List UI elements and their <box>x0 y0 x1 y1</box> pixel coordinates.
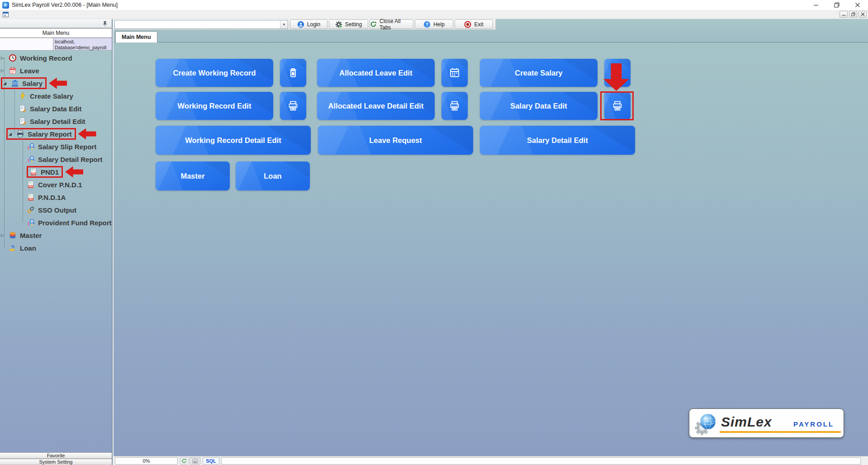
mdi-child-icon <box>3 12 9 17</box>
title-bar: SimLex Payroll Ver2.00.006 - [Main Menu] <box>0 0 868 10</box>
logo-product-text: PAYROLL <box>793 420 834 428</box>
salary-data-edit-button[interactable]: Salary Data Edit <box>480 92 598 120</box>
doc-edit-icon <box>19 104 27 113</box>
sidebar-item-cover-pnd1[interactable]: TAX Cover P.N.D.1 <box>0 178 112 191</box>
progress-cell: 0% <box>115 457 178 465</box>
sql-button[interactable]: SQL <box>203 457 219 465</box>
connection-cell-text: localhost, Database=demo_payroll <box>53 38 112 50</box>
toolbar: ▼ Login Setting Close All Tabs <box>114 19 868 30</box>
help-button[interactable]: ? Help <box>415 19 453 29</box>
tax-doc-icon: TAX <box>27 193 35 201</box>
help-icon: ? <box>423 21 431 28</box>
salary-report-highlight-box: ◢ Salary Report <box>6 128 76 140</box>
login-button[interactable]: Login <box>290 19 327 29</box>
lightning-icon <box>19 92 27 100</box>
sidebar-item-pnd1a[interactable]: TAX P.N.D.1A <box>0 191 112 204</box>
allocated-leave-detail-edit-button[interactable]: Allocated Leave Detail Edit <box>317 92 435 120</box>
leave-request-button[interactable]: Leave Request <box>318 126 473 155</box>
sidebar-item-salary-report[interactable]: ◢ Salary Report <box>0 128 112 140</box>
sidebar-item-loan[interactable]: % Loan <box>0 242 112 254</box>
svg-text:TAX: TAX <box>29 198 33 200</box>
salary-detail-edit-button[interactable]: Salary Detail Edit <box>480 126 635 155</box>
mdi-close-button[interactable] <box>859 11 867 18</box>
allocated-leave-edit-button[interactable]: Allocated Leave Edit <box>317 59 435 87</box>
clock-icon <box>9 54 17 62</box>
sidebar-item-master[interactable]: ▷ Master <box>0 229 112 242</box>
sidebar-item-salary-detail-report[interactable]: Salary Detail Report <box>0 153 112 166</box>
main-menu-content: Create Working Record Allocated Leave Ed… <box>114 43 868 456</box>
mdi-minimize-button[interactable] <box>840 11 848 18</box>
minimize-button[interactable] <box>806 0 826 10</box>
tax-doc-icon: TAX <box>29 168 38 176</box>
exit-icon <box>464 21 471 28</box>
expander-collapsed-icon[interactable]: ▷ <box>1 233 9 237</box>
image-icon <box>192 459 198 464</box>
sidebar-item-sso-output[interactable]: SSO Output <box>0 204 112 216</box>
svg-text:TAX: TAX <box>29 185 33 188</box>
sidebar-caption <box>0 19 112 28</box>
close-all-tabs-button[interactable]: Close All Tabs <box>370 19 413 29</box>
connection-host: localhost, <box>55 39 112 45</box>
setting-button[interactable]: Setting <box>329 19 368 29</box>
annotation-box-print <box>600 91 634 120</box>
working-record-print-button[interactable] <box>280 92 306 120</box>
combobox-input[interactable] <box>115 20 280 28</box>
link-icon <box>27 206 35 214</box>
sidebar-item-create-salary[interactable]: Create Salary <box>0 90 112 102</box>
expander-expanded-icon[interactable]: ◢ <box>9 132 16 136</box>
connection-database: Database=demo_payroll <box>55 45 112 51</box>
tool-strip: ▼ Login Setting Close All Tabs <box>114 19 496 30</box>
window-title: SimLex Payroll Ver2.00.006 - [Main Menu] <box>12 2 118 8</box>
restore-button[interactable] <box>826 0 847 10</box>
allocated-leave-print-button[interactable] <box>441 92 468 120</box>
sidebar-item-working-record[interactable]: ▷ Working Record <box>0 52 112 64</box>
mdi-restore-button[interactable] <box>849 11 857 18</box>
tab-main-menu[interactable]: Main Menu <box>115 31 157 43</box>
panel-favorite[interactable]: Favorite <box>0 452 112 459</box>
svg-text:%: % <box>11 244 15 249</box>
sidebar-item-pnd1[interactable]: TAX PND1 <box>0 166 112 178</box>
expander-collapsed-icon[interactable]: ▷ <box>1 56 9 60</box>
navigation-tree: ▷ Working Record ▷ Leave ◢ Salary <box>0 51 112 452</box>
salary-highlight-box: ◢ Salary <box>1 77 47 89</box>
printer-icon <box>448 100 461 112</box>
expander-expanded-icon[interactable]: ◢ <box>3 81 11 85</box>
bank-icon <box>11 79 19 87</box>
exit-button[interactable]: Exit <box>455 19 493 29</box>
master-button[interactable]: Master <box>156 161 230 190</box>
sidebar-item-salary-data-edit[interactable]: Salary Data Edit <box>0 102 112 115</box>
connection-info: localhost, Database=demo_payroll <box>0 38 112 51</box>
chevron-down-icon[interactable]: ▼ <box>280 20 288 28</box>
calendar-grid-icon <box>448 66 461 79</box>
sidebar-item-leave[interactable]: ▷ Leave <box>0 64 112 77</box>
user-icon <box>297 21 304 28</box>
sidebar-item-salary-detail-edit[interactable]: Salary Detail Edit <box>0 115 112 128</box>
app-icon <box>2 2 9 9</box>
refresh-table-button[interactable] <box>180 457 188 465</box>
trash-icon <box>287 66 299 79</box>
working-record-detail-edit-button[interactable]: Working Record Detail Edit <box>156 126 311 155</box>
sidebar-item-salary-slip-report[interactable]: Salary Slip Report <box>0 140 112 153</box>
expander-collapsed-icon[interactable]: ▷ <box>1 68 9 73</box>
image-tool-button[interactable] <box>190 457 200 465</box>
create-salary-button[interactable]: Create Salary <box>480 59 598 87</box>
loan-icon: % <box>9 244 17 252</box>
close-all-tabs-icon <box>370 21 377 28</box>
globe-gear-icon <box>694 412 719 438</box>
create-working-record-button[interactable]: Create Working Record <box>156 59 273 87</box>
sidebar: Main Menu localhost, Database=demo_payro… <box>0 19 113 465</box>
delete-working-record-button[interactable] <box>280 59 306 87</box>
logo-underline <box>720 431 841 433</box>
pin-icon[interactable] <box>103 20 107 28</box>
sidebar-item-provident-fund-report[interactable]: Provident Fund Report <box>0 216 112 229</box>
panel-system-setting[interactable]: System Setting <box>0 459 112 465</box>
svg-text:TAX: TAX <box>32 173 36 175</box>
sidebar-header: Main Menu <box>0 28 112 38</box>
sidebar-item-salary[interactable]: ◢ Salary <box>0 77 112 90</box>
allocated-leave-calendar-button[interactable] <box>441 59 468 87</box>
working-record-edit-button[interactable]: Working Record Edit <box>156 92 273 120</box>
toolbar-combobox[interactable]: ▼ <box>114 20 288 29</box>
loan-button[interactable]: Loan <box>236 161 310 190</box>
svg-text:?: ? <box>426 22 428 27</box>
close-button[interactable] <box>847 0 868 10</box>
